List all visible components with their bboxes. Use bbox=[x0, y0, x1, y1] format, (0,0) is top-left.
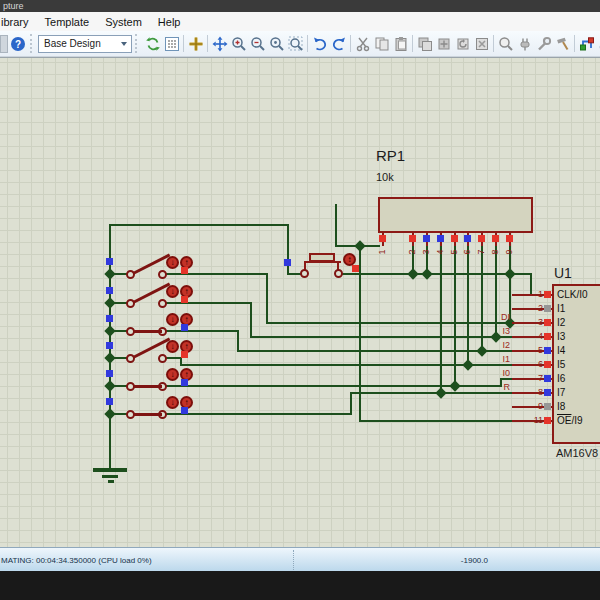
junction-dot bbox=[435, 387, 446, 398]
u1-pin-number: 5 bbox=[521, 345, 543, 355]
push-button-cap[interactable] bbox=[309, 253, 335, 262]
switch-2-down-button[interactable]: ↓ bbox=[166, 285, 179, 298]
switch-3-down-button[interactable]: ↓ bbox=[166, 313, 179, 326]
refresh-icon bbox=[145, 36, 161, 52]
logic-state-indicator bbox=[544, 375, 551, 382]
u1-device: AM16V8 bbox=[556, 447, 600, 461]
menu-library[interactable]: ibrary bbox=[0, 16, 37, 28]
wire-autorouter-button[interactable] bbox=[577, 34, 596, 53]
rp1-pin-number: 1 bbox=[377, 246, 387, 258]
u1-pin-number: 7 bbox=[521, 373, 543, 383]
partial-toolbar-icon[interactable] bbox=[0, 35, 8, 53]
switch-6-down-button[interactable]: ↓ bbox=[166, 396, 179, 409]
switch-blade bbox=[133, 413, 162, 416]
u1-pin-label: I6 bbox=[557, 373, 600, 385]
block-copy-button[interactable] bbox=[415, 34, 434, 53]
wrench-icon bbox=[536, 36, 552, 52]
toggle-grid-button[interactable] bbox=[162, 34, 181, 53]
wire-segment bbox=[350, 392, 352, 415]
rp1-pin-number: 8 bbox=[490, 246, 500, 258]
make-device-button[interactable] bbox=[515, 34, 534, 53]
block-rotate-icon bbox=[455, 36, 471, 52]
u1-pin-label: I2 bbox=[557, 317, 600, 329]
u1-pin-label: I1 bbox=[557, 303, 600, 315]
undo-button[interactable] bbox=[310, 34, 329, 53]
logic-state-indicator bbox=[284, 259, 291, 266]
block-move-icon bbox=[436, 36, 452, 52]
u1-pin-number: 4 bbox=[521, 331, 543, 341]
search-components-button[interactable] bbox=[596, 34, 600, 53]
u1-pin-number: 1 bbox=[521, 289, 543, 299]
zoom-area-icon bbox=[288, 36, 304, 52]
copy-button[interactable] bbox=[372, 34, 391, 53]
logic-state-indicator bbox=[409, 235, 416, 242]
schematic-canvas[interactable]: RP110k123456789U1AM16V81CLK/I02I13I24I35… bbox=[0, 57, 600, 548]
u1-pin-label: I3 bbox=[557, 331, 600, 343]
push-button-terminal bbox=[334, 269, 343, 278]
rp1-pin-number: 4 bbox=[435, 246, 445, 258]
packaging-tool-button[interactable] bbox=[534, 34, 553, 53]
menu-template[interactable]: Template bbox=[37, 16, 98, 28]
menu-help[interactable]: Help bbox=[150, 16, 189, 28]
wire-segment bbox=[287, 224, 289, 275]
junction-dot bbox=[104, 297, 115, 308]
switch-4-down-button[interactable]: ↓ bbox=[166, 340, 179, 353]
wire-segment bbox=[166, 413, 352, 415]
net-label: I0 bbox=[470, 368, 510, 378]
logic-state-indicator bbox=[106, 370, 113, 377]
logic-state-indicator bbox=[544, 361, 551, 368]
u1-pin-label: CLK/I0 bbox=[557, 289, 600, 301]
help-button[interactable]: ? bbox=[8, 34, 27, 53]
wire-segment bbox=[335, 204, 337, 247]
pan-button[interactable] bbox=[210, 34, 229, 53]
block-delete-icon bbox=[474, 36, 490, 52]
junction-dot bbox=[449, 380, 460, 391]
wire-segment bbox=[266, 273, 268, 324]
logic-state-indicator bbox=[379, 235, 386, 242]
rp1-pin-number: 7 bbox=[476, 246, 486, 258]
paste-button[interactable] bbox=[391, 34, 410, 53]
design-selector-dropdown[interactable]: Base Design bbox=[38, 35, 132, 53]
wire-segment bbox=[109, 224, 289, 226]
wire-segment bbox=[250, 302, 252, 338]
zoom-out-button[interactable] bbox=[248, 34, 267, 53]
rp1-pin-number: 3 bbox=[421, 246, 431, 258]
zoom-area-button[interactable] bbox=[286, 34, 305, 53]
logic-state-indicator bbox=[544, 403, 551, 410]
cut-icon bbox=[355, 36, 371, 52]
u1-pin-label: I5 bbox=[557, 359, 600, 371]
switch-1-down-button[interactable]: ↓ bbox=[166, 256, 179, 269]
logic-state-indicator bbox=[492, 235, 499, 242]
net-label: I2 bbox=[470, 340, 510, 350]
u1-pin-label: OE/I9 bbox=[557, 415, 600, 427]
false-origin-button[interactable] bbox=[186, 34, 205, 53]
wire-segment bbox=[266, 322, 514, 324]
logic-state-indicator bbox=[544, 417, 551, 424]
wire-segment bbox=[359, 420, 514, 422]
menu-system[interactable]: System bbox=[97, 16, 150, 28]
title-bar[interactable]: pture bbox=[0, 0, 600, 12]
wire-autorouter-icon bbox=[579, 36, 595, 52]
logic-state-indicator bbox=[478, 235, 485, 242]
logic-state-indicator bbox=[544, 291, 551, 298]
block-delete-button[interactable] bbox=[472, 34, 491, 53]
logic-state-indicator bbox=[181, 324, 188, 331]
svg-text:?: ? bbox=[14, 38, 20, 49]
zoom-all-button[interactable] bbox=[267, 34, 286, 53]
logic-state-indicator bbox=[437, 235, 444, 242]
switch-terminal bbox=[158, 354, 167, 363]
zoom-in-button[interactable] bbox=[229, 34, 248, 53]
block-move-button[interactable] bbox=[434, 34, 453, 53]
junction-dot bbox=[104, 380, 115, 391]
redo-button[interactable] bbox=[329, 34, 348, 53]
refresh-display-button[interactable] bbox=[143, 34, 162, 53]
rp1-body[interactable] bbox=[378, 197, 533, 233]
cut-button[interactable] bbox=[353, 34, 372, 53]
block-rotate-button[interactable] bbox=[453, 34, 472, 53]
pick-part-button[interactable] bbox=[496, 34, 515, 53]
logic-state-indicator bbox=[181, 379, 188, 386]
decompose-button[interactable] bbox=[553, 34, 572, 53]
switch-5-down-button[interactable]: ↓ bbox=[166, 368, 179, 381]
net-label: I3 bbox=[470, 326, 510, 336]
zoom-in-icon bbox=[231, 36, 247, 52]
